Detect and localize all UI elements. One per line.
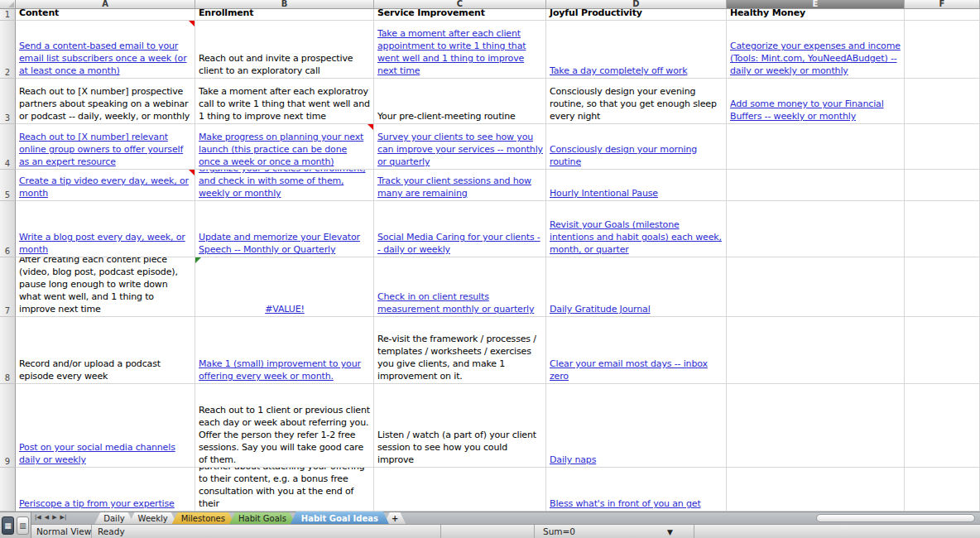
row-header-8[interactable]: 8: [0, 317, 16, 384]
cell-A3[interactable]: Reach out to [X number] prospective part…: [16, 79, 195, 124]
spreadsheet-grid: A B C D E F 1 2 3 4 5 6 7 8 9 Content En…: [0, 0, 980, 512]
select-all-corner[interactable]: [0, 0, 16, 9]
sum-indicator[interactable]: Sum=0: [543, 526, 575, 536]
comment-indicator-icon: [368, 124, 373, 130]
cell-C2[interactable]: Take a moment after each client appointm…: [374, 21, 546, 79]
cell-D1[interactable]: Joyful Productivity: [546, 9, 727, 21]
cell-F10[interactable]: [905, 468, 980, 512]
cell-C3[interactable]: Your pre-client-meeting routine: [374, 79, 546, 124]
cell-B3[interactable]: Take a moment after each exploratroy cal…: [195, 79, 374, 124]
cell-B7[interactable]: #VALUE!: [195, 257, 374, 317]
comment-indicator-icon: [189, 21, 195, 26]
cell-A10[interactable]: Periscope a tip from your expertise: [16, 468, 195, 512]
cell-B2[interactable]: Reach out and invite a prospective clien…: [195, 21, 374, 79]
cell-A9[interactable]: Post on your social media channels daily…: [16, 384, 195, 468]
cell-A5[interactable]: Create a tip video every day, week, or m…: [16, 170, 195, 201]
cell-F2[interactable]: [905, 21, 980, 79]
cell-B8[interactable]: Make 1 (small) improvement to your offer…: [195, 317, 374, 384]
cell-C9[interactable]: Listen / watch (a part of) your client s…: [374, 384, 546, 468]
cell-B10[interactable]: Research and reach out to a potential pa…: [195, 468, 374, 512]
cell-F4[interactable]: [905, 124, 980, 170]
horizontal-scrollbar[interactable]: [816, 514, 975, 522]
normal-view-button[interactable]: ▦: [2, 516, 14, 535]
row-header-7[interactable]: 7: [0, 257, 16, 317]
row-header-10[interactable]: [0, 468, 16, 512]
statusbar-divider: [534, 525, 535, 538]
cell-E1[interactable]: Healthy Money: [727, 9, 905, 21]
page-layout-view-button[interactable]: ▥: [17, 516, 29, 535]
cell-E8[interactable]: [727, 317, 905, 384]
row-header-9[interactable]: 9: [0, 384, 16, 468]
next-sheet-icon[interactable]: ▶: [52, 514, 56, 521]
row-header-3[interactable]: 3: [0, 79, 16, 124]
column-header-F[interactable]: F: [905, 0, 980, 9]
cell-B5[interactable]: Organize your 3 circles of enrollment, a…: [195, 170, 374, 201]
cell-D6[interactable]: Revisit your Goals (milestone intentions…: [546, 201, 727, 257]
cell-A6[interactable]: Write a blog post every day, week, or mo…: [16, 201, 195, 257]
cell-E9[interactable]: [727, 384, 905, 468]
cell-E6[interactable]: [727, 201, 905, 257]
cell-A2[interactable]: Send a content-based email to your email…: [16, 21, 195, 79]
cell-F8[interactable]: [905, 317, 980, 384]
tab-milestones[interactable]: Milestones: [172, 512, 234, 524]
tab-habit-goal-ideas-active[interactable]: Habit Goal Ideas: [291, 512, 389, 524]
normal-view-icon: ▦: [4, 521, 12, 530]
cell-F5[interactable]: [905, 170, 980, 201]
excel-window: A B C D E F 1 2 3 4 5 6 7 8 9 Content En…: [0, 0, 980, 538]
cell-C1[interactable]: Service Improvement: [374, 9, 546, 21]
prev-sheet-icon[interactable]: ◀: [45, 514, 49, 521]
view-mode-label: Normal View: [36, 526, 91, 536]
cell-F1[interactable]: [905, 9, 980, 21]
first-sheet-icon[interactable]: |◀: [35, 514, 41, 521]
column-header-D[interactable]: D: [546, 0, 727, 9]
cell-F6[interactable]: [905, 201, 980, 257]
cell-C6[interactable]: Social Media Caring for your clients -- …: [374, 201, 546, 257]
cell-A7[interactable]: After creating each content piece (video…: [16, 257, 195, 317]
cell-D2[interactable]: Take a day completely off work: [546, 21, 727, 79]
cell-E5[interactable]: [727, 170, 905, 201]
cell-C5[interactable]: Track your client sessions and how many …: [374, 170, 546, 201]
row-header-2[interactable]: 2: [0, 21, 16, 79]
sum-dropdown-icon[interactable]: ▼: [667, 528, 673, 536]
cell-B1[interactable]: Enrollment: [195, 9, 374, 21]
cell-E2[interactable]: Categorize your expenses and income (Too…: [727, 21, 905, 79]
column-header-B[interactable]: B: [195, 0, 374, 9]
last-sheet-icon[interactable]: ▶|: [60, 514, 67, 521]
row-header-4[interactable]: 4: [0, 124, 16, 170]
row-header-6[interactable]: 6: [0, 201, 16, 257]
cell-C10[interactable]: [374, 468, 546, 512]
row-header-1[interactable]: 1: [0, 9, 16, 21]
cell-F9[interactable]: [905, 384, 980, 468]
cell-A1[interactable]: Content: [16, 9, 195, 21]
cell-F7[interactable]: [905, 257, 980, 317]
cell-D8[interactable]: Clear your email most days -- inbox zero: [546, 317, 727, 384]
cell-D9[interactable]: Daily naps: [546, 384, 727, 468]
cell-D4[interactable]: Consciously design your morning routine: [546, 124, 727, 170]
cell-D7[interactable]: Daily Gratitude Journal: [546, 257, 727, 317]
error-indicator-icon: [195, 257, 201, 263]
row-header-5[interactable]: 5: [0, 170, 16, 201]
tab-daily[interactable]: Daily: [94, 512, 133, 524]
cell-B4[interactable]: Make progress on planning your next laun…: [195, 124, 374, 170]
cell-C4[interactable]: Survey your clients to see how you can i…: [374, 124, 546, 170]
cell-E4[interactable]: [727, 124, 905, 170]
cell-B9[interactable]: Reach out to 1 client or previous client…: [195, 384, 374, 468]
cell-F3[interactable]: [905, 79, 980, 124]
column-header-C[interactable]: C: [374, 0, 546, 9]
cell-C7[interactable]: Check in on client results measurement m…: [374, 257, 546, 317]
cell-D3[interactable]: Consciously design your evening routine,…: [546, 79, 727, 124]
column-header-E-selected[interactable]: E: [727, 0, 905, 9]
cell-D5[interactable]: Hourly Intentional Pause: [546, 170, 727, 201]
cell-B6[interactable]: Update and memorize your Elevator Speech…: [195, 201, 374, 257]
cell-D10[interactable]: Bless what's in front of you an get: [546, 468, 727, 512]
cell-A4[interactable]: Reach out to [X number] relevant online …: [16, 124, 195, 170]
cell-A8[interactable]: Record and/or upload a podcast episode e…: [16, 317, 195, 384]
cell-E3[interactable]: Add some money to your Financial Buffers…: [727, 79, 905, 124]
statusbar-divider: [440, 525, 441, 538]
cell-E10[interactable]: [727, 468, 905, 512]
tab-weekly[interactable]: Weekly: [129, 512, 177, 524]
tab-habit-goals[interactable]: Habit Goals: [229, 512, 295, 524]
cell-C8[interactable]: Re-visit the framework / processes / tem…: [374, 317, 546, 384]
column-header-A[interactable]: A: [16, 0, 195, 9]
cell-E7[interactable]: [727, 257, 905, 317]
